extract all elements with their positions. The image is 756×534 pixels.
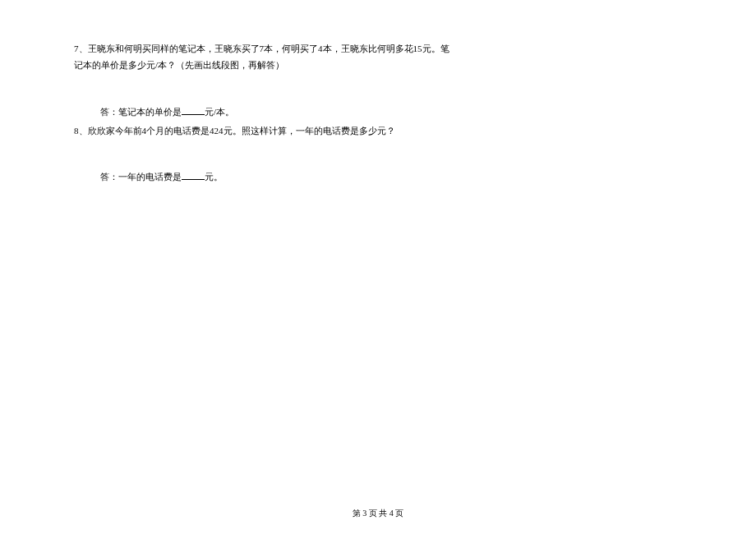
question-8-answer: 答：一年的电话费是元。 bbox=[74, 170, 682, 183]
page-footer: 第 3 页 共 4 页 bbox=[0, 508, 756, 519]
answer-8-blank bbox=[182, 170, 205, 180]
question-7-line2: 记本的单价是多少元/本？（先画出线段图，再解答） bbox=[74, 58, 682, 74]
answer-7-blank bbox=[182, 105, 205, 115]
question-7-number: 7、 bbox=[74, 44, 88, 53]
answer-8-prefix: 答：一年的电话费是 bbox=[100, 172, 182, 182]
document-content: 7、王晓东和何明买同样的笔记本，王晓东买了7本，何明买了4本，王晓东比何明多花1… bbox=[0, 0, 756, 183]
question-7-line1: 7、王晓东和何明买同样的笔记本，王晓东买了7本，何明买了4本，王晓东比何明多花1… bbox=[74, 41, 682, 58]
answer-7-prefix: 答：笔记本的单价是 bbox=[100, 107, 182, 117]
question-7: 7、王晓东和何明买同样的笔记本，王晓东买了7本，何明买了4本，王晓东比何明多花1… bbox=[74, 41, 682, 74]
answer-8-suffix: 元。 bbox=[205, 172, 223, 182]
question-8-number: 8、 bbox=[74, 126, 88, 136]
question-8-text: 欣欣家今年前4个月的电话费是424元。照这样计算，一年的电话费是多少元？ bbox=[88, 126, 395, 136]
question-7-text1: 王晓东和何明买同样的笔记本，王晓东买了7本，何明买了4本，王晓东比何明多花15元… bbox=[88, 44, 449, 53]
answer-7-suffix: 元/本。 bbox=[205, 107, 234, 117]
question-8: 8、欣欣家今年前4个月的电话费是424元。照这样计算，一年的电话费是多少元？ bbox=[74, 123, 682, 140]
page-number: 第 3 页 共 4 页 bbox=[353, 509, 404, 518]
question-7-answer: 答：笔记本的单价是元/本。 bbox=[74, 105, 682, 118]
